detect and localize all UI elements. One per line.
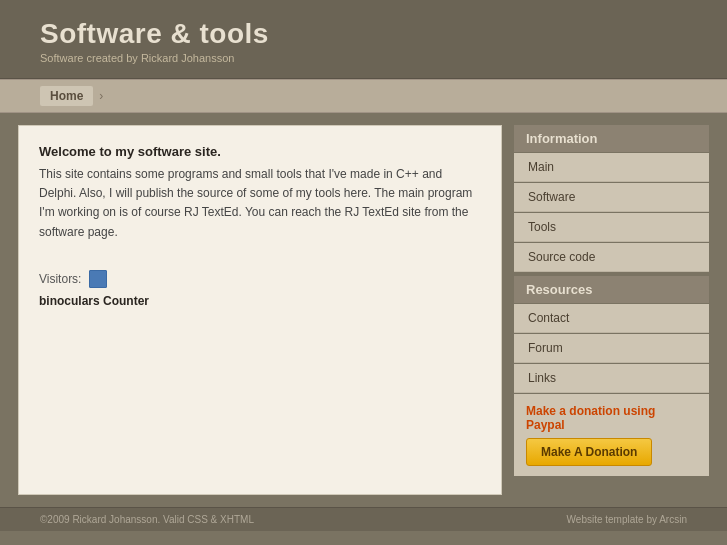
sidebar-info-header: Information	[514, 125, 709, 152]
site-subtitle: Software created by Rickard Johansson	[40, 52, 707, 64]
sidebar-resources-header: Resources	[514, 276, 709, 303]
sidebar-item-forum[interactable]: Forum	[514, 334, 709, 363]
content-area: Welcome to my software site. This site c…	[18, 125, 502, 495]
site-title: Software & tools	[40, 18, 707, 50]
visitor-icon	[89, 270, 107, 288]
nav-home-link[interactable]: Home	[40, 86, 93, 106]
visitors-label: Visitors:	[39, 272, 81, 286]
welcome-title: Welcome to my software site.	[39, 144, 481, 159]
header: Software & tools Software created by Ric…	[0, 0, 727, 79]
visitors-section: Visitors:	[39, 270, 481, 288]
donation-button[interactable]: Make A Donation	[526, 438, 652, 466]
sidebar-item-software[interactable]: Software	[514, 183, 709, 212]
donation-text: Make a donation using Paypal	[526, 404, 697, 432]
main-layout: Welcome to my software site. This site c…	[0, 113, 727, 507]
nav-separator: ›	[99, 89, 103, 103]
donation-section: Make a donation using Paypal Make A Dona…	[514, 394, 709, 476]
counter-label: binoculars Counter	[39, 294, 481, 308]
navbar: Home ›	[0, 79, 727, 113]
sidebar-item-main[interactable]: Main	[514, 153, 709, 182]
sidebar-item-source-code[interactable]: Source code	[514, 243, 709, 272]
footer-template-credit: Website template by Arcsin	[567, 514, 687, 525]
sidebar-item-links[interactable]: Links	[514, 364, 709, 393]
footer-copyright: ©2009 Rickard Johansson. Valid CSS & XHT…	[40, 514, 254, 525]
footer: ©2009 Rickard Johansson. Valid CSS & XHT…	[0, 507, 727, 531]
sidebar-item-tools[interactable]: Tools	[514, 213, 709, 242]
sidebar-item-contact[interactable]: Contact	[514, 304, 709, 333]
sidebar: Information Main Software Tools Source c…	[514, 125, 709, 495]
welcome-text: This site contains some programs and sma…	[39, 165, 481, 242]
